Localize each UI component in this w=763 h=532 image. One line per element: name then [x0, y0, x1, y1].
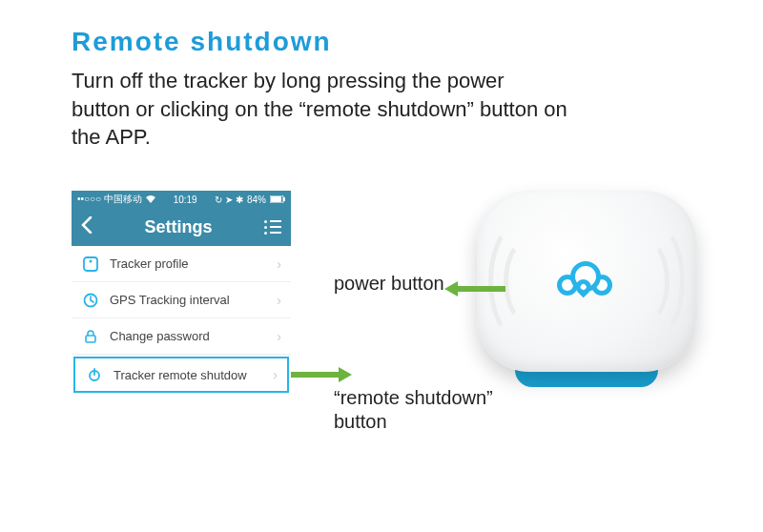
device-body	[477, 191, 696, 372]
arrow-to-power-button	[458, 286, 505, 292]
svg-rect-1	[271, 196, 281, 202]
row-label: Change password	[110, 329, 210, 343]
clock-icon	[81, 291, 100, 310]
row-label: Tracker remote shutdow	[113, 368, 247, 382]
svg-rect-2	[283, 197, 285, 201]
arrow-to-remote-button	[291, 372, 339, 378]
row-change-password[interactable]: Change password ›	[72, 318, 291, 355]
carrier-text: ••○○○ 中国移动	[77, 193, 142, 206]
callout-remote-shutdown: “remote shutdown” button	[334, 386, 525, 434]
device-base	[515, 370, 658, 387]
svg-rect-3	[84, 257, 97, 271]
svg-point-4	[90, 259, 93, 262]
list-menu-icon[interactable]	[264, 220, 281, 235]
wifi-icon	[146, 194, 155, 205]
status-bar: ••○○○ 中国移动 10:19 ↻ ➤ ✱ 84%	[72, 191, 291, 208]
row-gps-interval[interactable]: GPS Tracking interval ›	[72, 282, 291, 318]
row-remote-shutdown[interactable]: Tracker remote shutdow ›	[73, 357, 289, 393]
chevron-right-icon: ›	[277, 329, 281, 344]
chevron-right-icon: ›	[273, 367, 278, 382]
section-heading: Remote shutdown	[72, 27, 332, 57]
battery-icon	[270, 194, 285, 205]
chevron-right-icon: ›	[277, 293, 281, 308]
status-time: 10:19	[174, 194, 197, 205]
profile-icon	[81, 255, 100, 274]
status-indicators: ↻ ➤ ✱	[215, 194, 243, 205]
callout-power-button: power button	[334, 272, 444, 296]
back-icon[interactable]	[81, 216, 93, 238]
row-tracker-profile[interactable]: Tracker profile ›	[72, 246, 291, 282]
chevron-right-icon: ›	[277, 256, 281, 272]
lock-icon	[81, 327, 100, 346]
power-icon	[85, 365, 104, 384]
row-label: Tracker profile	[110, 256, 189, 271]
battery-text: 84%	[247, 194, 266, 205]
row-label: GPS Tracking interval	[110, 293, 230, 307]
signal-wave-icon	[628, 224, 685, 338]
nav-bar: Settings	[72, 208, 291, 246]
settings-list: Tracker profile › GPS Tracking interval …	[72, 246, 291, 393]
svg-rect-6	[86, 336, 95, 342]
phone-screenshot: ••○○○ 中国移动 10:19 ↻ ➤ ✱ 84% Settings	[72, 191, 291, 395]
nav-title: Settings	[144, 217, 212, 237]
device-logo	[557, 261, 616, 301]
signal-wave-icon	[504, 238, 551, 324]
tracker-device	[477, 191, 706, 381]
section-description: Turn off the tracker by long pressing th…	[72, 67, 567, 152]
